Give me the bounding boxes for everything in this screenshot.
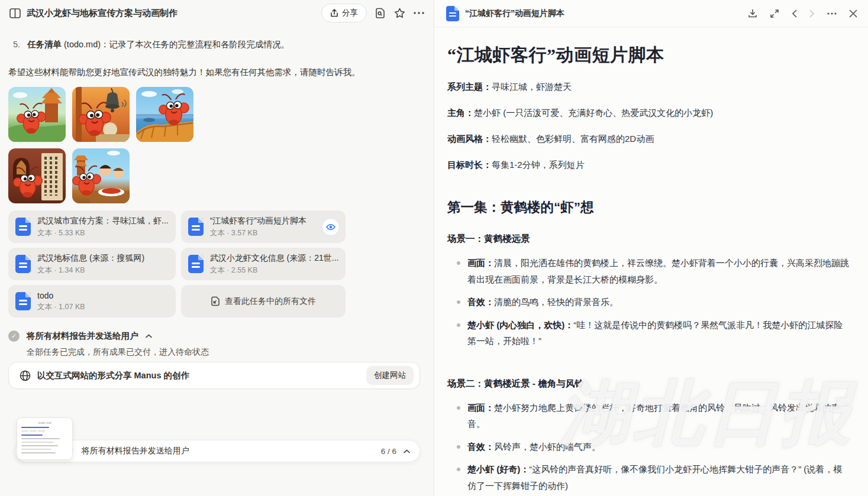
document-icon [15, 292, 31, 310]
chat-panel: 武汉小龙虾与地标宣传方案与动画制作 分享 [0, 0, 434, 496]
preview-title: todo.md [21, 421, 68, 424]
file-title: 武汉小龙虾文化信息 (来源：21世... [210, 253, 339, 264]
scene-2-sound: 音效：风铃声，楚小虾的喘气声。 [447, 439, 850, 455]
list-text: 任务清单 (todo.md)：记录了本次任务的完整流程和各阶段完成情况。 [27, 38, 289, 51]
numbered-list-item: 5. 任务清单 (todo.md)：记录了本次任务的完整流程和各阶段完成情况。 [13, 38, 420, 51]
panel-toggle-icon[interactable] [9, 8, 21, 18]
preview-mini-tabs [21, 430, 68, 432]
file-meta: 文本 · 1.34 KB [37, 265, 144, 275]
create-website-card: 以交互式网站的形式分享 Manus 的创作 创建网站 [8, 362, 420, 389]
scene-2-heading: 场景二：黄鹤楼近景 - 檐角与风铃 [447, 378, 850, 390]
globe-icon [20, 370, 31, 381]
file-meta: 文本 · 3.57 KB [210, 228, 306, 238]
star-icon[interactable] [394, 8, 405, 18]
share-upload-icon [330, 9, 338, 18]
file-title: 武汉地标信息 (来源：搜狐网) [37, 253, 144, 264]
file-title: “江城虾客行”动画短片脚本 [210, 216, 306, 226]
chat-header: 武汉小龙虾与地标宣传方案与动画制作 分享 [0, 0, 434, 26]
list-number: 5. [13, 38, 27, 51]
view-all-files-button[interactable]: 查看此任务中的所有文件 [181, 285, 346, 317]
viewer-header: “江城虾客行”动画短片脚本 [434, 0, 868, 27]
chevron-right-icon[interactable] [809, 9, 815, 18]
file-meta: 文本 · 2.55 KB [210, 265, 339, 275]
document-icon [188, 255, 204, 273]
scene-1-visual: 画面：清晨，阳光洒在雄伟的黄鹤楼上，祥云缭绕。楚小虾背着一个小小的行囊，兴高采烈… [447, 255, 850, 287]
image-grid [8, 87, 204, 203]
download-icon[interactable] [748, 9, 757, 18]
share-label: 分享 [342, 8, 358, 18]
task-progress-count: 6 / 6 [381, 447, 396, 456]
file-title: todo [37, 291, 85, 300]
file-search-icon[interactable] [375, 8, 386, 19]
preview-eye-button[interactable] [322, 218, 340, 236]
doc-meta-duration: 目标时长：每集1-2分钟，系列短片 [447, 158, 850, 171]
image-crayfish-poem-wall[interactable] [8, 148, 66, 203]
image-crayfish-on-roof[interactable] [136, 87, 193, 142]
task-done-circle-icon: ✓ [8, 330, 20, 342]
todo-file-preview-thumbnail[interactable]: todo.md [17, 417, 73, 460]
file-card-promo-plan[interactable]: 武汉城市宣传方案：寻味江城，虾... 文本 · 5.33 KB [8, 210, 176, 243]
scene-2-list: 画面：楚小虾努力地爬上黄鹤楼的栏杆，好奇地打量着檐角的风铃。风吹过，风铃发出悦耳… [447, 400, 850, 494]
scene-1-sound: 音效：清脆的鸟鸣，轻快的背景音乐。 [447, 294, 850, 310]
scene-1-dialogue: 楚小虾 (内心独白，欢快)：“哇！这就是传说中的黄鹤楼吗？果然气派非凡！我楚小虾… [447, 317, 850, 349]
image-crayfish-family-feast[interactable] [72, 148, 130, 203]
create-website-text: 以交互式网站的形式分享 Manus 的创作 [37, 370, 189, 381]
file-title: 武汉城市宣传方案：寻味江城，虾... [37, 216, 169, 226]
document-viewer-panel: “江城虾客行”动画短片脚本 [434, 0, 868, 496]
viewer-title: “江城虾客行”动画短片脚本 [465, 8, 564, 19]
files-icon [211, 296, 220, 306]
task-progress-label: 将所有材料报告并发送给用户 [82, 446, 189, 456]
document-icon [15, 218, 31, 236]
file-card-landmark-info[interactable]: 武汉地标信息 (来源：搜狐网) 文本 · 1.34 KB [8, 248, 176, 280]
view-all-label: 查看此任务中的所有文件 [225, 296, 316, 307]
more-options-icon[interactable] [414, 12, 424, 14]
doc-meta-theme: 系列主题：寻味江城，虾游楚天 [447, 80, 850, 93]
doc-meta-style: 动画风格：轻松幽默、色彩鲜明、富有网感的2D动画 [447, 132, 850, 145]
image-crayfish-yellow-crane-tower[interactable] [8, 87, 66, 142]
doc-meta-protagonist: 主角：楚小虾 (一只活泼可爱、充满好奇心、热爱武汉文化的小龙虾) [447, 106, 850, 119]
app-window: 武汉小龙虾与地标宣传方案与动画制作 分享 [0, 0, 868, 496]
file-card-crayfish-culture[interactable]: 武汉小龙虾文化信息 (来源：21世... 文本 · 2.55 KB [181, 248, 346, 280]
chevron-up-icon [146, 334, 152, 338]
closing-message: 希望这些材料能帮助您更好地宣传武汉的独特魅力！如果您有任何其他需求，请随时告诉我… [8, 66, 420, 79]
close-icon[interactable] [849, 9, 857, 18]
scene-1-list: 画面：清晨，阳光洒在雄伟的黄鹤楼上，祥云缭绕。楚小虾背着一个小小的行囊，兴高采烈… [447, 255, 850, 349]
file-meta: 文本 · 5.33 KB [37, 228, 169, 238]
task-status-text: 全部任务已完成，所有成果已交付，进入待命状态 [27, 347, 420, 358]
file-card-todo[interactable]: todo 文本 · 1.07 KB [8, 285, 176, 317]
document-icon [446, 6, 459, 21]
share-button[interactable]: 分享 [321, 4, 367, 22]
document-icon [188, 218, 204, 236]
episode-title: 第一集：黄鹤楼的“虾”想 [447, 198, 850, 216]
create-website-button[interactable]: 创建网站 [366, 366, 414, 385]
chevron-up-icon[interactable] [404, 449, 410, 453]
task-collapse-header[interactable]: ✓ 将所有材料报告并发送给用户 [8, 330, 420, 342]
document-content[interactable]: “江城虾客行”动画短片脚本 系列主题：寻味江城，虾游楚天 主角：楚小虾 (一只活… [434, 28, 868, 496]
file-card-animation-script[interactable]: “江城虾客行”动画短片脚本 文本 · 3.57 KB [181, 210, 346, 243]
expand-icon[interactable] [770, 9, 779, 18]
task-title: 将所有材料报告并发送给用户 [27, 330, 138, 342]
file-meta: 文本 · 1.07 KB [37, 302, 85, 312]
document-icon [15, 255, 31, 273]
image-crayfish-bronze-bell[interactable] [72, 87, 130, 142]
chevron-left-icon[interactable] [792, 9, 797, 18]
more-options-icon[interactable] [827, 12, 837, 15]
scene-1-heading: 场景一：黄鹤楼远景 [447, 233, 850, 245]
scene-2-dialogue: 楚小虾 (好奇)：“这风铃的声音真好听，像不像我们小龙虾开心地挥舞大钳子的声音？… [447, 461, 850, 494]
doc-title: “江城虾客行”动画短片脚本 [447, 43, 850, 67]
task-progress-bar[interactable]: ✓ 将所有材料报告并发送给用户 6 / 6 [15, 440, 420, 462]
attachment-grid: 武汉城市宣传方案：寻味江城，虾... 文本 · 5.33 KB “江城虾客行”动… [8, 210, 343, 317]
session-title: 武汉小龙虾与地标宣传方案与动画制作 [27, 8, 178, 19]
scene-2-visual: 画面：楚小虾努力地爬上黄鹤楼的栏杆，好奇地打量着檐角的风铃。风吹过，风铃发出悦耳… [447, 400, 850, 432]
